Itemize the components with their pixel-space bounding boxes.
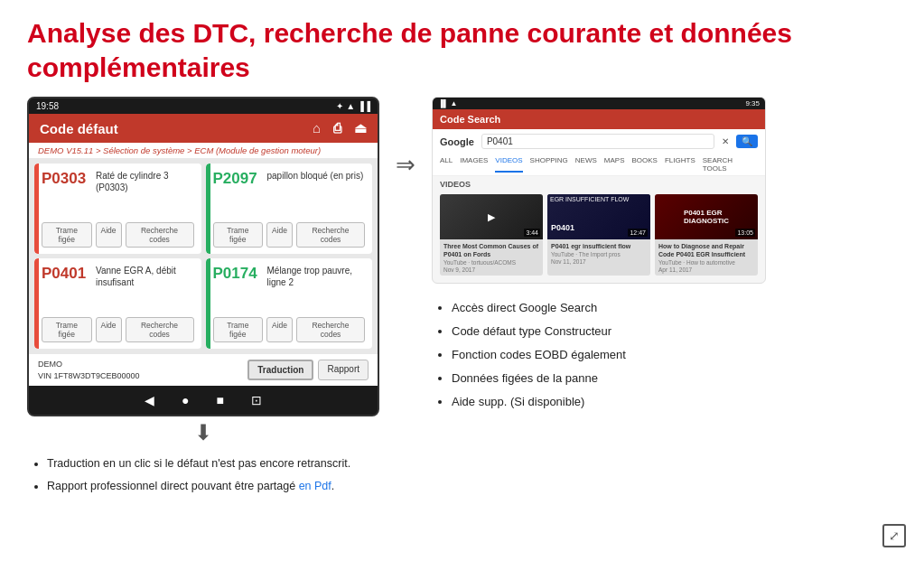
dtc-card-top: P0303 Raté de cylindre 3 (P0303) bbox=[42, 170, 194, 193]
ss-search-button[interactable]: 🔍 bbox=[736, 135, 758, 148]
aide-btn[interactable]: Aide bbox=[96, 317, 122, 342]
ss-video-source: YouTube · How to automotive bbox=[658, 259, 754, 266]
arrow-down: ⬇ bbox=[27, 420, 379, 445]
phone-demo-info: DEMO VIN 1FT8W3DT9CEB00000 bbox=[38, 359, 140, 381]
recherche-codes-btn[interactable]: Recherche codes bbox=[296, 317, 365, 342]
ss-video-title: Three Most Common Causes of P0401 on For… bbox=[443, 242, 539, 258]
recherche-codes-btn[interactable]: Recherche codes bbox=[296, 222, 365, 248]
ss-status-right: 9:35 bbox=[745, 99, 760, 108]
ss-tab[interactable]: VIDEOS bbox=[495, 156, 522, 173]
traduction-button[interactable]: Traduction bbox=[247, 360, 313, 380]
phone-breadcrumb: DEMO V15.11 > Sélection de système > ECM… bbox=[29, 143, 378, 158]
dtc-card: P0303 Raté de cylindre 3 (P0303) Trame f… bbox=[34, 164, 201, 254]
dtc-left-bar bbox=[206, 164, 210, 254]
rapport-button[interactable]: Rapport bbox=[318, 360, 369, 380]
trame-figee-btn[interactable]: Trame figée bbox=[42, 222, 92, 248]
ss-tab[interactable]: SHOPPING bbox=[530, 156, 568, 173]
trame-figee-btn[interactable]: Trame figée bbox=[213, 317, 264, 342]
phone-header-icons: ⌂ ⎙ ⏏ bbox=[313, 120, 367, 136]
arrow-right-container: ⇒ bbox=[396, 97, 415, 179]
dtc-buttons: Trame figée Aide Recherche codes bbox=[213, 217, 366, 248]
ss-video-time: 12:47 bbox=[628, 229, 648, 237]
screen-icon[interactable]: ⊡ bbox=[251, 393, 262, 407]
dtc-buttons: Trame figée Aide Recherche codes bbox=[213, 312, 366, 342]
expand-icon[interactable]: ⤢ bbox=[882, 524, 906, 547]
ss-video-time: 13:05 bbox=[735, 229, 755, 237]
recherche-codes-btn[interactable]: Recherche codes bbox=[126, 222, 194, 248]
trame-figee-btn[interactable]: Trame figée bbox=[42, 317, 92, 342]
ss-tab[interactable]: BOOKS bbox=[632, 156, 658, 173]
right-bullet-list: Accès direct Google SearchCode défaut ty… bbox=[432, 296, 897, 414]
ss-video-row: ▶ 3:44 Three Most Common Causes of P0401… bbox=[433, 191, 765, 283]
google-logo: Google bbox=[440, 136, 474, 147]
aide-btn[interactable]: Aide bbox=[266, 317, 293, 342]
right-bullet-item: Accès direct Google Search bbox=[452, 296, 897, 320]
square-icon[interactable]: ■ bbox=[217, 393, 224, 407]
ss-video-info: P0401 egr insufficient flow YouTube · Th… bbox=[547, 239, 650, 267]
back-icon[interactable]: ◀ bbox=[145, 393, 154, 407]
dtc-card-top: P0174 Mélange trop pauvre, ligne 2 bbox=[213, 265, 366, 288]
ss-tab[interactable]: FLIGHTS bbox=[665, 156, 695, 173]
page-title: Analyse des DTC, recherche de panne cour… bbox=[27, 16, 897, 84]
dtc-card-inner: P0303 Raté de cylindre 3 (P0303) Trame f… bbox=[34, 170, 194, 248]
demo-label: DEMO bbox=[38, 359, 140, 370]
home-icon[interactable]: ⌂ bbox=[313, 120, 321, 136]
ss-video-thumb: ▶ 3:44 bbox=[440, 194, 543, 239]
ss-header: Code Search bbox=[433, 109, 765, 129]
ss-video-card[interactable]: ▶ 3:44 Three Most Common Causes of P0401… bbox=[440, 194, 543, 276]
exit-icon[interactable]: ⏏ bbox=[354, 120, 367, 136]
aide-btn[interactable]: Aide bbox=[96, 222, 122, 248]
phone-nav-bar: ◀ ● ■ ⊡ bbox=[29, 386, 378, 415]
ss-video-title: How to Diagnose and Repair Code P0401 EG… bbox=[658, 242, 754, 258]
aide-btn[interactable]: Aide bbox=[266, 222, 293, 248]
ss-status-bar: ▐▌ ▲ 9:35 bbox=[433, 98, 765, 109]
dtc-card-inner: P0174 Mélange trop pauvre, ligne 2 Trame… bbox=[206, 265, 366, 342]
status-time: 19:58 bbox=[36, 101, 59, 111]
ss-tab[interactable]: ALL bbox=[440, 156, 453, 173]
ss-tabs: ALLIMAGESVIDEOSSHOPPINGNEWSMAPSBOOKSFLIG… bbox=[433, 154, 765, 176]
bottom-bullet-item: Traduction en un clic si le défaut n'est… bbox=[47, 453, 379, 475]
dtc-card: P0401 Vanne EGR A, débit insufisant Tram… bbox=[34, 258, 201, 349]
dtc-card-inner: P2097 papillon bloqué (en pris) Trame fi… bbox=[206, 170, 366, 248]
ss-tab[interactable]: SEARCH TOOLS bbox=[703, 156, 758, 173]
home-nav-icon[interactable]: ● bbox=[182, 393, 189, 407]
phone-action-buttons: Traduction Rapport bbox=[247, 360, 369, 380]
ss-video-card[interactable]: P0401 EGRDIAGNOSTIC 13:05 How to Diagnos… bbox=[655, 194, 758, 276]
right-bullet-item: Fonction codes EOBD également bbox=[452, 343, 897, 367]
arrow-right: ⇒ bbox=[396, 124, 415, 179]
phone-bottom-bar: DEMO VIN 1FT8W3DT9CEB00000 Traduction Ra… bbox=[29, 354, 378, 386]
ss-video-source: YouTube · tortuous/ACOMS bbox=[443, 259, 539, 266]
right-bullet-item: Code défaut type Constructeur bbox=[452, 320, 897, 343]
ss-video-info: How to Diagnose and Repair Code P0401 EG… bbox=[655, 239, 758, 276]
dtc-code: P0303 bbox=[42, 170, 89, 188]
dtc-desc: Mélange trop pauvre, ligne 2 bbox=[267, 265, 366, 288]
right-bullet-item: Aide supp. (Si disponible) bbox=[452, 390, 897, 414]
dtc-card: P2097 papillon bloqué (en pris) Trame fi… bbox=[206, 164, 373, 254]
dtc-desc: Vanne EGR A, débit insufisant bbox=[96, 265, 194, 288]
ss-video-thumb: P0401 EGRDIAGNOSTIC 13:05 bbox=[655, 194, 758, 239]
ss-video-thumb: P0401 EGR INSUFFICIENT FLOW 12:47 bbox=[547, 194, 650, 239]
ss-video-card[interactable]: P0401 EGR INSUFFICIENT FLOW 12:47 P0401 … bbox=[547, 194, 650, 276]
ss-search-bar: Google P0401 ✕ 🔍 bbox=[433, 129, 765, 154]
recherche-codes-btn[interactable]: Recherche codes bbox=[126, 317, 194, 342]
print-icon[interactable]: ⎙ bbox=[333, 120, 341, 136]
dtc-code: P0174 bbox=[213, 265, 260, 283]
ss-video-source: YouTube · The Import pros bbox=[551, 251, 647, 257]
ss-tab[interactable]: NEWS bbox=[575, 156, 597, 173]
trame-figee-btn[interactable]: Trame figée bbox=[213, 222, 264, 248]
vin-label: VIN 1FT8W3DT9CEB00000 bbox=[38, 370, 140, 382]
dtc-code: P0401 bbox=[42, 265, 89, 283]
dtc-card-top: P0401 Vanne EGR A, débit insufisant bbox=[42, 265, 194, 288]
ss-video-time: 3:44 bbox=[524, 229, 540, 237]
ss-video-date: Nov 11, 2017 bbox=[551, 258, 647, 265]
right-section: ▐▌ ▲ 9:35 Code Search Google P0401 ✕ 🔍 A… bbox=[432, 97, 897, 414]
bottom-bullet-item: Rapport professionnel direct pouvant êtr… bbox=[47, 475, 379, 498]
dtc-card: P0174 Mélange trop pauvre, ligne 2 Trame… bbox=[206, 258, 373, 349]
ss-tab[interactable]: IMAGES bbox=[460, 156, 488, 173]
ss-tab[interactable]: MAPS bbox=[604, 156, 625, 173]
phone-header-title: Code défaut bbox=[40, 121, 118, 136]
dtc-code: P2097 bbox=[213, 170, 260, 188]
ss-search-input: P0401 bbox=[481, 134, 714, 149]
dtc-card-top: P2097 papillon bloqué (en pris) bbox=[213, 170, 366, 188]
dtc-left-bar bbox=[206, 258, 210, 349]
